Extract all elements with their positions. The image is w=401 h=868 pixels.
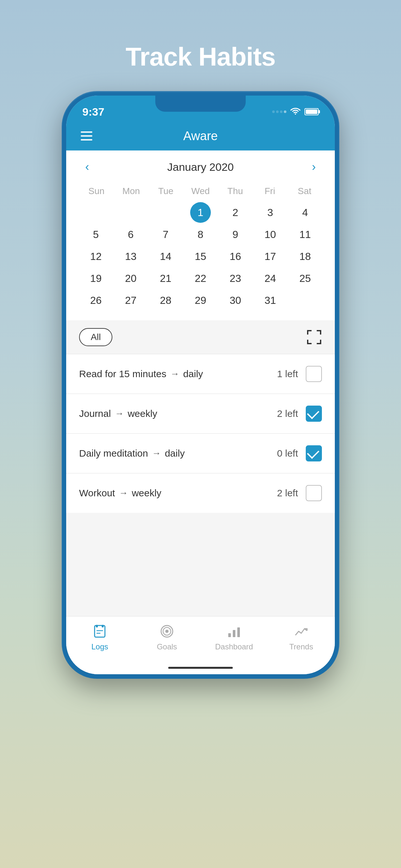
habit-left-count: 0 left [277, 448, 298, 459]
calendar-next-button[interactable]: › [306, 160, 322, 174]
calendar-section: ‹ January 2020 › Sun Mon Tue Wed Thu Fri… [66, 151, 335, 320]
calendar-day[interactable]: 17 [260, 246, 281, 267]
habit-item[interactable]: Workout → weekly2 left [66, 473, 335, 513]
tab-trends[interactable]: Trends [268, 623, 335, 651]
habit-frequency: daily [183, 368, 203, 379]
calendar-day[interactable]: 20 [120, 268, 141, 289]
calendar-day[interactable]: 12 [86, 246, 106, 267]
habit-arrow-icon: → [119, 488, 128, 498]
hamburger-line [81, 139, 92, 141]
habit-left-count: 2 left [277, 408, 298, 419]
tab-goals-label: Goals [157, 642, 177, 651]
habit-list: Read for 15 minutes → daily1 leftJournal… [66, 354, 335, 616]
habit-checkbox[interactable] [306, 445, 322, 461]
hamburger-line [81, 131, 92, 133]
expand-button[interactable] [306, 330, 322, 345]
habit-arrow-icon: → [115, 408, 124, 419]
svg-rect-10 [233, 630, 235, 637]
calendar-day[interactable]: 1 [190, 202, 211, 223]
habit-frequency: weekly [127, 408, 157, 419]
app-title: Aware [183, 129, 218, 143]
phone-frame: 9:37 [62, 91, 339, 679]
trends-icon [293, 623, 310, 640]
calendar-day[interactable]: 8 [190, 224, 211, 245]
svg-rect-3 [102, 625, 104, 627]
calendar-day[interactable]: 4 [295, 202, 315, 223]
calendar-day[interactable]: 16 [225, 246, 246, 267]
calendar-day[interactable]: 23 [225, 268, 246, 289]
calendar-day[interactable]: 31 [260, 290, 281, 311]
signal-icon [272, 111, 286, 113]
home-bar [168, 667, 233, 669]
tab-logs-label: Logs [91, 642, 108, 651]
home-indicator [66, 661, 335, 674]
tab-goals[interactable]: Goals [133, 623, 201, 651]
calendar-day[interactable]: 13 [120, 246, 141, 267]
habit-item[interactable]: Daily meditation → daily0 left [66, 433, 335, 473]
habit-arrow-icon: → [152, 448, 161, 459]
calendar-day[interactable]: 14 [155, 246, 176, 267]
calendar-day[interactable]: 25 [295, 268, 315, 289]
habit-name: Read for 15 minutes [79, 368, 166, 379]
calendar-day[interactable]: 9 [225, 224, 246, 245]
tab-logs[interactable]: Logs [66, 623, 133, 651]
calendar-day[interactable]: 28 [155, 290, 176, 311]
calendar-day[interactable]: 5 [86, 224, 106, 245]
calendar-day[interactable]: 11 [295, 224, 315, 245]
calendar-day[interactable]: 21 [155, 268, 176, 289]
tab-trends-label: Trends [289, 642, 313, 651]
calendar-day[interactable]: 29 [190, 290, 211, 311]
notch [155, 96, 246, 112]
weekday-fri: Fri [252, 183, 287, 199]
calendar-day[interactable]: 7 [155, 224, 176, 245]
habit-right: 1 left [277, 366, 322, 382]
weekday-thu: Thu [218, 183, 252, 199]
weekday-mon: Mon [114, 183, 148, 199]
calendar-month-title: January 2020 [167, 161, 234, 174]
calendar-weekdays: Sun Mon Tue Wed Thu Fri Sat [79, 183, 322, 199]
menu-button[interactable] [81, 131, 92, 141]
habit-info: Journal → weekly [79, 408, 277, 419]
calendar-day[interactable]: 19 [86, 268, 106, 289]
habit-checkbox[interactable] [306, 406, 322, 422]
habit-name: Daily meditation [79, 448, 148, 459]
habit-frequency: daily [165, 448, 185, 459]
habit-info: Workout → weekly [79, 488, 277, 499]
calendar-day[interactable]: 30 [225, 290, 246, 311]
habit-checkbox[interactable] [306, 366, 322, 382]
habit-frequency: weekly [132, 488, 161, 499]
calendar-header: ‹ January 2020 › [79, 160, 322, 174]
habit-item[interactable]: Journal → weekly2 left [66, 394, 335, 433]
filter-all-button[interactable]: All [79, 328, 112, 346]
svg-point-8 [165, 630, 168, 633]
calendar-day[interactable]: 26 [86, 290, 106, 311]
calendar-day[interactable]: 2 [225, 202, 246, 223]
calendar-grid: Sun Mon Tue Wed Thu Fri Sat 123456789101… [79, 183, 322, 311]
tab-dashboard[interactable]: Dashboard [201, 623, 268, 651]
habit-name: Journal [79, 408, 111, 419]
calendar-day [120, 202, 141, 223]
calendar-day[interactable]: 18 [295, 246, 315, 267]
calendar-day[interactable]: 15 [190, 246, 211, 267]
calendar-day[interactable]: 10 [260, 224, 281, 245]
calendar-day [155, 202, 176, 223]
habit-left-count: 1 left [277, 368, 298, 379]
calendar-day[interactable]: 22 [190, 268, 211, 289]
habit-right: 2 left [277, 406, 322, 422]
status-time: 9:37 [82, 105, 104, 118]
calendar-day[interactable]: 6 [120, 224, 141, 245]
phone-screen: 9:37 [66, 96, 335, 674]
calendar-day[interactable]: 24 [260, 268, 281, 289]
habit-checkbox[interactable] [306, 485, 322, 501]
calendar-day[interactable]: 27 [120, 290, 141, 311]
calendar-prev-button[interactable]: ‹ [79, 160, 95, 174]
svg-point-0 [295, 113, 296, 115]
habit-item[interactable]: Read for 15 minutes → daily1 left [66, 354, 335, 394]
weekday-sat: Sat [287, 183, 322, 199]
app-header: Aware [66, 121, 335, 151]
habit-left-count: 2 left [277, 488, 298, 499]
calendar-day[interactable]: 3 [260, 202, 281, 223]
habits-section: All Read for 15 minutes → daily1 leftJou… [66, 320, 335, 616]
habit-name: Workout [79, 488, 115, 499]
habit-right: 2 left [277, 485, 322, 501]
